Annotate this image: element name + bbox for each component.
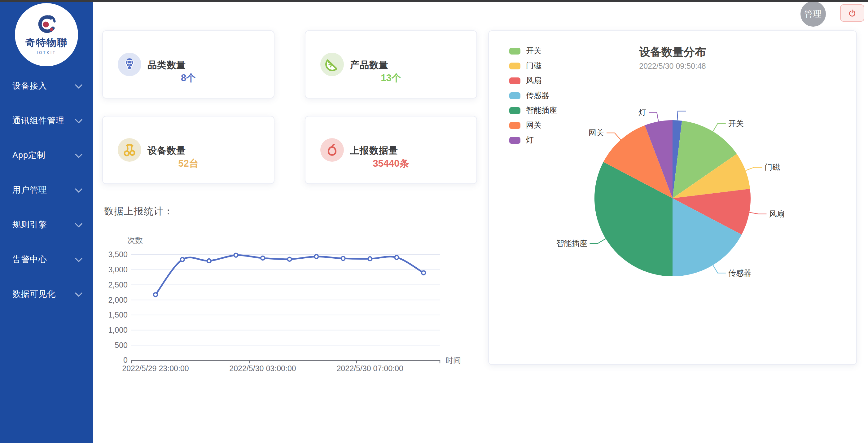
stat-card-0: 品类数量8个 <box>102 30 275 98</box>
pie-slice-label: 门磁 <box>765 163 780 171</box>
chevron-down-icon <box>75 188 83 193</box>
legend-label: 门磁 <box>526 60 541 71</box>
chevron-down-icon <box>75 223 83 227</box>
data-point-marker <box>261 256 265 260</box>
data-point-marker <box>287 257 291 261</box>
legend-label: 开关 <box>526 45 541 56</box>
y-axis-tick-label: 1,500 <box>108 310 128 319</box>
pie-label-line <box>713 124 725 132</box>
chevron-down-icon <box>75 258 83 262</box>
pie-label-line <box>749 212 767 214</box>
pie-label-line <box>713 265 725 273</box>
stat-card-title: 上报数据量 <box>350 145 398 157</box>
stat-card-title: 产品数量 <box>350 60 389 71</box>
chevron-down-icon <box>75 119 83 123</box>
pie-slice-label: 传感器 <box>728 268 751 277</box>
sidebar-item-1[interactable]: 通讯组件管理 <box>0 103 93 138</box>
data-point-marker <box>180 258 184 261</box>
chevron-down-icon <box>75 154 83 158</box>
divider <box>24 52 35 53</box>
line-chart: 05001,0001,5002,0002,5003,0003,500次数时间20… <box>105 234 483 383</box>
pie-card: 开关门磁风扇传感器智能插座网关灯 设备数量分布 2022/5/30 09:50:… <box>488 30 857 365</box>
legend-label: 传感器 <box>526 90 549 101</box>
brand-name: 奇特物聯 <box>25 37 67 50</box>
sidebar-item-5[interactable]: 告警中心 <box>0 242 93 277</box>
data-point-marker <box>154 293 157 296</box>
y-axis-tick-label: 0 <box>123 356 128 364</box>
sidebar-item-label: 设备接入 <box>12 81 47 92</box>
y-axis-tick-label: 1,000 <box>108 325 128 334</box>
cherry-icon <box>121 142 137 158</box>
pie-slice-label: 网关 <box>589 128 604 137</box>
sidebar-menu: 设备接入通讯组件管理App定制用户管理规则引擎告警中心数据可见化 <box>0 69 93 312</box>
logout-button[interactable] <box>840 4 864 22</box>
legend-swatch <box>509 48 520 54</box>
iotkit-dashboard: 奇特物聯 IOTKIT 设备接入通讯组件管理App定制用户管理规则引擎告警中心数… <box>0 0 868 443</box>
pie-label-line <box>649 113 658 122</box>
stat-card-3: 上报数据量35440条 <box>305 116 477 184</box>
data-point-marker <box>341 256 345 260</box>
pie-label-line <box>677 111 686 121</box>
x-axis-tick-label: 2022/5/30 03:00:00 <box>229 364 296 373</box>
legend-label: 灯 <box>526 135 534 145</box>
sidebar-item-3[interactable]: 用户管理 <box>0 173 93 208</box>
sidebar-item-label: 告警中心 <box>12 254 47 265</box>
sidebar-item-label: App定制 <box>12 150 45 161</box>
y-axis-tick-label: 2,500 <box>108 280 128 289</box>
x-axis-tick-label: 2022/5/29 23:00:00 <box>122 364 189 373</box>
pie-slice-label: 灯 <box>639 108 646 117</box>
data-point-marker <box>368 257 372 260</box>
legend-item-网关[interactable]: 网关 <box>509 118 557 133</box>
chevron-down-icon <box>75 84 83 89</box>
y-axis-tick-label: 2,000 <box>108 295 128 304</box>
logo-mark-icon <box>33 15 60 36</box>
legend-swatch <box>509 92 520 99</box>
chevron-down-icon <box>75 292 83 297</box>
sidebar: 奇特物聯 IOTKIT 设备接入通讯组件管理App定制用户管理规则引擎告警中心数… <box>0 0 93 443</box>
brand-subtitle: IOTKIT <box>22 51 71 55</box>
user-avatar[interactable]: 管理 <box>801 1 826 27</box>
legend-item-开关[interactable]: 开关 <box>509 43 557 58</box>
legend-swatch <box>509 137 520 144</box>
x-axis-name: 时间 <box>445 356 461 365</box>
top-window-bar <box>0 0 868 2</box>
y-axis-name: 次数 <box>127 236 143 245</box>
pie-slice-label: 开关 <box>728 119 744 128</box>
sidebar-item-label: 数据可见化 <box>12 289 56 300</box>
pie-label-line <box>607 133 621 140</box>
legend-item-门磁[interactable]: 门磁 <box>509 58 557 73</box>
legend-item-传感器[interactable]: 传感器 <box>509 88 557 103</box>
legend-swatch <box>509 122 520 129</box>
brand-subtitle-text: IOTKIT <box>37 51 56 55</box>
legend-item-风扇[interactable]: 风扇 <box>509 73 557 88</box>
legend-item-灯[interactable]: 灯 <box>509 133 557 148</box>
legend-item-智能插座[interactable]: 智能插座 <box>509 103 557 118</box>
legend-label: 风扇 <box>526 75 541 86</box>
sidebar-item-2[interactable]: App定制 <box>0 138 93 173</box>
pie-slice-label: 风扇 <box>769 210 784 218</box>
line-chart-title: 数据上报统计： <box>104 205 174 218</box>
legend-swatch <box>509 107 520 114</box>
pie-slice-label: 智能插座 <box>556 239 587 248</box>
divider <box>58 52 69 53</box>
stat-card-1: 产品数量13个 <box>305 30 477 98</box>
legend-label: 智能插座 <box>526 105 557 116</box>
pie-label-line <box>590 239 606 243</box>
stat-card-title: 品类数量 <box>148 60 186 71</box>
data-point-marker <box>314 255 318 258</box>
sidebar-item-label: 规则引擎 <box>12 219 47 230</box>
stat-card-value: 13个 <box>305 72 476 85</box>
sidebar-item-label: 用户管理 <box>12 185 47 196</box>
sidebar-item-4[interactable]: 规则引擎 <box>0 208 93 242</box>
stat-card-2: 设备数量52台 <box>102 116 275 184</box>
y-axis-tick-label: 3,500 <box>108 250 128 259</box>
stat-card-value: 52台 <box>103 157 274 170</box>
sidebar-item-6[interactable]: 数据可见化 <box>0 277 93 312</box>
legend-swatch <box>509 77 520 84</box>
main-content: 品类数量8个产品数量13个设备数量52台上报数据量35440条 数据上报统计： … <box>0 0 868 443</box>
legend-label: 网关 <box>526 120 541 130</box>
data-point-marker <box>207 259 211 263</box>
sidebar-item-0[interactable]: 设备接入 <box>0 69 93 103</box>
sidebar-item-label: 通讯组件管理 <box>12 115 64 126</box>
lemon-icon <box>324 56 340 72</box>
